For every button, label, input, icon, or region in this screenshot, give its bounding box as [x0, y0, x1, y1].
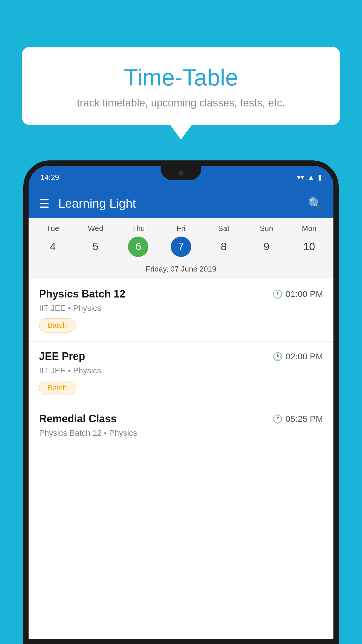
- status-time: 14:29: [40, 173, 59, 182]
- class-subject: IIT JEE • Physics: [39, 304, 323, 313]
- calendar-day[interactable]: Tue4: [31, 224, 74, 257]
- class-name: Physics Batch 12: [39, 288, 125, 300]
- class-time: 🕐05:25 PM: [273, 414, 323, 424]
- wifi-icon: ▾▾: [297, 173, 304, 181]
- phone-mockup: 14:29 ▾▾ ▲ ▮ ☰ Learning Light 🔍 Tue4Wed5…: [23, 160, 339, 644]
- calendar-day[interactable]: Mon10: [288, 224, 331, 257]
- signal-icon: ▲: [307, 173, 314, 181]
- day-number[interactable]: 10: [299, 237, 319, 257]
- calendar-day[interactable]: Fri7: [160, 224, 203, 257]
- phone-screen: 14:29 ▾▾ ▲ ▮ ☰ Learning Light 🔍 Tue4Wed5…: [29, 166, 333, 639]
- batch-tag: Batch: [39, 318, 75, 332]
- day-number[interactable]: 5: [85, 237, 106, 257]
- calendar-header: Tue4Wed5Thu6Fri7Sat8Sun9Mon10 Friday, 07…: [29, 218, 333, 279]
- camera-dot: [178, 170, 184, 176]
- status-bar: 14:29 ▾▾ ▲ ▮: [29, 166, 333, 189]
- status-icons: ▾▾ ▲ ▮: [297, 173, 322, 181]
- day-name: Thu: [132, 224, 145, 233]
- selected-date-label: Friday, 07 June 2019: [29, 260, 333, 279]
- class-subject: IIT JEE • Physics: [39, 366, 323, 375]
- time-text: 05:25 PM: [286, 414, 323, 424]
- bubble-title: Time-Table: [34, 64, 328, 91]
- class-time: 🕐01:00 PM: [273, 289, 323, 299]
- day-name: Sun: [260, 224, 273, 233]
- day-name: Mon: [302, 224, 317, 233]
- batch-tag: Batch: [39, 381, 75, 395]
- day-name: Wed: [88, 224, 103, 233]
- speech-bubble: Time-Table track timetable, upcoming cla…: [22, 47, 340, 125]
- day-name: Sat: [218, 224, 229, 233]
- day-name: Fri: [177, 224, 185, 233]
- clock-icon: 🕐: [273, 352, 283, 361]
- class-item[interactable]: JEE Prep🕐02:00 PMIIT JEE • PhysicsBatch: [29, 342, 333, 404]
- app-title: Learning Light: [58, 197, 299, 211]
- day-number[interactable]: 4: [43, 237, 63, 257]
- battery-icon: ▮: [318, 173, 322, 181]
- day-number[interactable]: 7: [171, 237, 191, 257]
- days-row: Tue4Wed5Thu6Fri7Sat8Sun9Mon10: [29, 224, 333, 260]
- class-subject: Physics Batch 12 • Physics: [39, 428, 323, 438]
- calendar-day[interactable]: Sat8: [202, 224, 245, 257]
- calendar-day[interactable]: Wed5: [74, 224, 117, 257]
- day-name: Tue: [46, 224, 59, 233]
- time-text: 01:00 PM: [286, 289, 323, 299]
- hamburger-menu-icon[interactable]: ☰: [39, 198, 50, 209]
- clock-icon: 🕐: [273, 289, 283, 299]
- bubble-subtitle: track timetable, upcoming classes, tests…: [34, 97, 328, 109]
- time-text: 02:00 PM: [286, 351, 323, 361]
- class-name: Remedial Class: [39, 413, 117, 425]
- class-time: 🕐02:00 PM: [273, 351, 323, 361]
- day-number[interactable]: 9: [256, 237, 277, 257]
- calendar-day[interactable]: Thu6: [117, 224, 160, 257]
- class-name: JEE Prep: [39, 350, 85, 363]
- day-number[interactable]: 6: [128, 237, 148, 257]
- search-icon[interactable]: 🔍: [308, 197, 323, 211]
- notch: [161, 166, 201, 180]
- class-item[interactable]: Physics Batch 12🕐01:00 PMIIT JEE • Physi…: [29, 279, 333, 342]
- app-bar: ☰ Learning Light 🔍: [29, 189, 333, 218]
- clock-icon: 🕐: [273, 414, 283, 424]
- calendar-day[interactable]: Sun9: [245, 224, 288, 257]
- class-item[interactable]: Remedial Class🕐05:25 PMPhysics Batch 12 …: [29, 404, 333, 449]
- classes-list: Physics Batch 12🕐01:00 PMIIT JEE • Physi…: [29, 279, 333, 449]
- day-number[interactable]: 8: [214, 237, 234, 257]
